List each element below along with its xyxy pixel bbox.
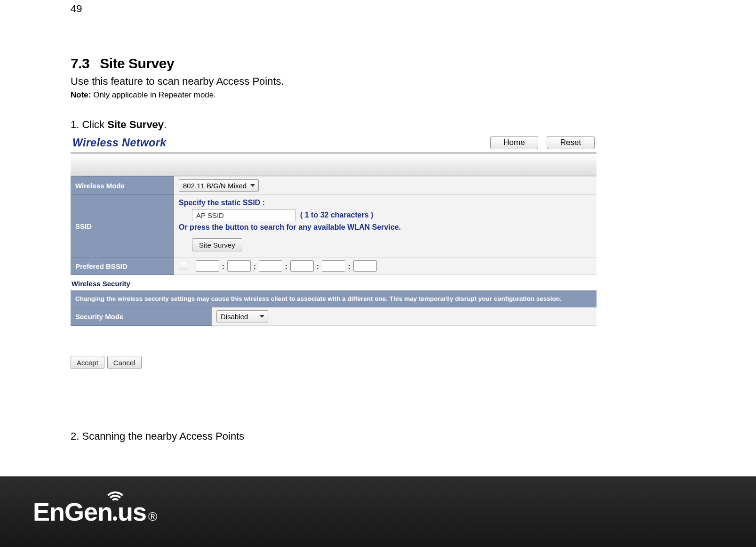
registered-mark: ® [148, 509, 157, 524]
cell-wireless-mode: 802.11 B/G/N Mixed [174, 177, 597, 195]
cancel-button[interactable]: Cancel [107, 356, 142, 369]
page-footer: EnGen us® [0, 476, 756, 547]
colon: : [222, 262, 224, 270]
label-wireless-mode: Wireless Mode [71, 177, 174, 195]
section-number: 7.3 [71, 56, 89, 71]
header-spacer [71, 153, 597, 176]
step-1: 1. Click Site Survey. [71, 119, 682, 131]
row-ssid: SSID Specify the static SSID : ( 1 to 32… [71, 195, 597, 257]
security-table: Changing the wireless security settings … [71, 290, 597, 326]
ssid-or-text: Or press the button to search for any av… [179, 223, 592, 232]
cell-ssid: Specify the static SSID : ( 1 to 32 char… [174, 195, 597, 257]
step-2: 2. Scanning the nearby Access Points [71, 430, 682, 442]
label-ssid: SSID [71, 195, 174, 257]
home-button[interactable]: Home [490, 136, 538, 149]
colon: : [254, 262, 256, 270]
section-intro: Use this feature to scan nearby Access P… [71, 75, 682, 88]
row-security-mode: Security Mode Disabled [71, 307, 597, 326]
colon: : [348, 262, 350, 270]
logo-i [112, 514, 118, 523]
section-title: Site Survey [100, 56, 174, 71]
ssid-input[interactable] [192, 209, 295, 221]
form-action-buttons: Accept Cancel [71, 356, 597, 369]
label-security-mode: Security Mode [71, 307, 212, 326]
security-warning-row: Changing the wireless security settings … [71, 291, 597, 307]
wireless-mode-select[interactable]: 802.11 B/G/N Mixed [179, 179, 259, 192]
note-line: Note: Only applicable in Repeater mode. [71, 90, 682, 100]
logo-text-pre: EnGen [33, 497, 112, 526]
row-wireless-mode: Wireless Mode 802.11 B/G/N Mixed [71, 177, 597, 195]
cell-security-mode: Disabled [212, 307, 597, 326]
bssid-checkbox[interactable] [179, 262, 187, 270]
bssid-octet-2[interactable] [227, 260, 251, 272]
wireless-network-panel: Wireless Network Home Reset Wireless Mod… [71, 134, 597, 369]
reset-button[interactable]: Reset [547, 136, 595, 149]
page-number: 49 [71, 3, 682, 15]
cell-bssid: : : : : : [174, 257, 597, 275]
wireless-settings-table: Wireless Mode 802.11 B/G/N Mixed SSID Sp… [71, 176, 597, 275]
bssid-octet-5[interactable] [322, 260, 345, 272]
ssid-input-row: ( 1 to 32 characters ) [192, 209, 592, 221]
site-survey-button[interactable]: Site Survey [192, 238, 242, 251]
panel-title: Wireless Network [72, 137, 167, 149]
step1-suffix: . [164, 119, 167, 130]
label-bssid: Prefered BSSID [71, 257, 174, 275]
step1-prefix: 1. Click [71, 119, 107, 130]
section-heading: 7.3Site Survey [71, 56, 682, 72]
ssid-char-hint: ( 1 to 32 characters ) [300, 211, 374, 219]
bssid-octet-6[interactable] [353, 260, 377, 272]
engenius-logo: EnGen us® [33, 497, 157, 526]
accept-button[interactable]: Accept [71, 356, 104, 369]
security-warning-text: Changing the wireless security settings … [71, 291, 597, 307]
step1-bold: Site Survey [107, 119, 164, 130]
panel-header: Wireless Network Home Reset [71, 134, 597, 152]
panel-header-buttons: Home Reset [490, 136, 595, 149]
note-label: Note: [71, 90, 91, 99]
ssid-specify-text: Specify the static SSID : [179, 199, 592, 207]
colon: : [317, 262, 319, 270]
bssid-octet-1[interactable] [196, 260, 219, 272]
row-bssid: Prefered BSSID : : : : : [71, 257, 597, 275]
note-text: Only applicable in Repeater mode. [91, 90, 216, 99]
bssid-octet-4[interactable] [290, 260, 314, 272]
bssid-input-row: : : : : : [179, 260, 592, 272]
wireless-security-heading: Wireless Security [72, 280, 597, 288]
colon: : [285, 262, 287, 270]
security-mode-select[interactable]: Disabled [216, 310, 268, 322]
bssid-octet-3[interactable] [259, 260, 282, 272]
